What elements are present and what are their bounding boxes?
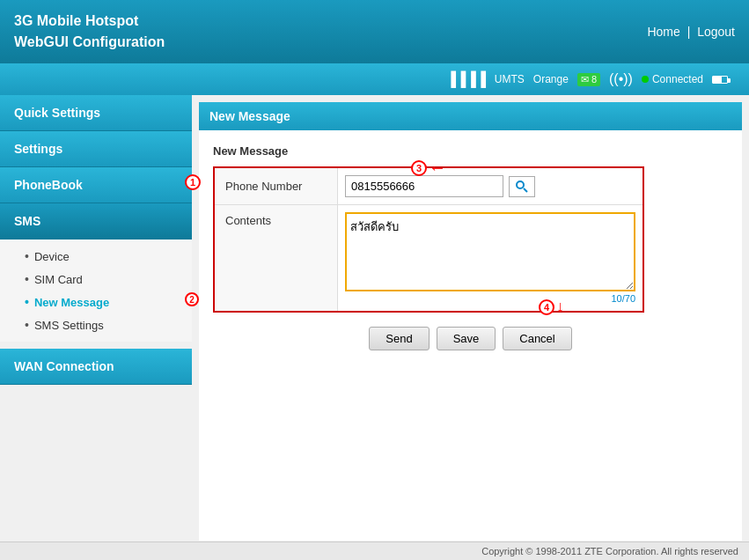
phone-number-input-cell (338, 168, 643, 204)
sidebar-item-sms-settings[interactable]: SMS Settings (0, 313, 192, 336)
signal-strength: ▐▐▐▐ (445, 71, 485, 87)
connection-status: Connected (642, 73, 703, 85)
app-title: 3G Mobile Hotspot WebGUI Configuration (14, 11, 165, 53)
battery-icon (712, 76, 728, 84)
wifi-signal: ((•)) (609, 71, 633, 87)
wifi-icon: ((•)) (609, 71, 633, 87)
battery-status (712, 76, 728, 84)
main-content: New Message New Message Phone Number (192, 95, 749, 560)
sidebar-item-settings[interactable]: Settings (0, 131, 192, 167)
sidebar-item-new-message[interactable]: New Message (0, 291, 192, 313)
form-table: Phone Number (213, 166, 644, 313)
status-bar: ▐▐▐▐ UMTS Orange ✉ 8 ((•)) Connected (0, 63, 749, 95)
nav-separator: | (687, 25, 691, 39)
contents-textarea[interactable] (345, 212, 635, 291)
sidebar-item-wan-connection[interactable]: WAN Connection (0, 349, 192, 385)
form-group-title: New Message (213, 144, 728, 158)
home-link[interactable]: Home (647, 25, 679, 39)
main-inner: New Message New Message Phone Number (199, 102, 742, 541)
envelope-icon: ✉ 8 (577, 73, 600, 86)
message-count-badge: ✉ 8 (577, 73, 600, 86)
send-button[interactable]: Send (369, 327, 429, 350)
search-icon (515, 180, 529, 194)
contents-input-cell: 10/70 (338, 205, 643, 311)
phone-number-input[interactable] (345, 175, 503, 197)
char-count: 10/70 (345, 293, 635, 304)
carrier-name: Orange (533, 73, 569, 85)
cancel-button[interactable]: Cancel (503, 327, 571, 350)
sidebar-item-simcard[interactable]: SIM Card (0, 268, 192, 291)
button-area: Send Save Cancel 4 ↓ (213, 320, 728, 357)
network-type: UMTS (495, 73, 525, 85)
phone-search-button[interactable] (509, 176, 535, 197)
logout-link[interactable]: Logout (697, 25, 735, 39)
sidebar-item-quick-settings[interactable]: Quick Settings (0, 95, 192, 131)
sms-submenu: Device SIM Card New Message 2 SMS Settin… (0, 239, 192, 342)
sidebar-item-sms[interactable]: SMS (0, 203, 192, 239)
svg-line-1 (524, 188, 527, 192)
footer: Copyright © 1998-2011 ZTE Corporation. A… (0, 542, 749, 560)
sidebar: Quick Settings Settings PhoneBook 1 SMS (0, 95, 192, 560)
sidebar-item-phonebook[interactable]: PhoneBook (0, 167, 192, 203)
app-container: 3G Mobile Hotspot WebGUI Configuration H… (0, 0, 749, 560)
connected-dot-icon (642, 76, 649, 83)
signal-icon: ▐▐▐▐ (445, 71, 485, 87)
sidebar-item-device[interactable]: Device (0, 245, 192, 268)
phone-number-label: Phone Number (215, 168, 338, 204)
form-area: New Message Phone Number (199, 130, 742, 372)
button-row: Send Save Cancel (213, 320, 728, 357)
phone-number-row: Phone Number (215, 168, 643, 205)
section-header: New Message (199, 102, 742, 130)
header-nav: Home | Logout (647, 25, 735, 39)
header: 3G Mobile Hotspot WebGUI Configuration H… (0, 0, 749, 63)
contents-label: Contents (215, 205, 338, 311)
contents-row: Contents 10/70 (215, 205, 643, 311)
save-button[interactable]: Save (437, 327, 496, 350)
svg-point-0 (517, 181, 524, 188)
